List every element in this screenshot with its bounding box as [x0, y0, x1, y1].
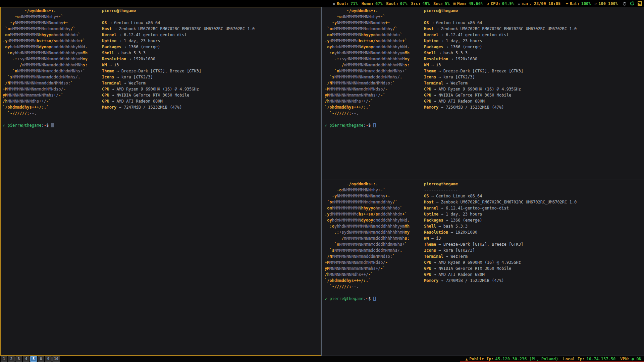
fetch-label: Resolution — [424, 230, 448, 235]
fetch-value: 6.12.41-gentoo-gentoo-dist — [446, 206, 509, 210]
fetch-value: AMD ATI Radeon 680M — [116, 99, 162, 104]
ascii-art-segment: hhyyyo — [39, 33, 53, 37]
ascii-art-line: `sNMMMMMMMMNNNmmmdddddmNMmhs/. — [325, 74, 424, 80]
prompt-check-icon: ✔ — [325, 296, 329, 301]
ascii-art-segment: :o — [3, 51, 12, 55]
ascii-art-segment: .: — [325, 230, 339, 235]
workspace-button-5[interactable]: 5 — [30, 356, 37, 362]
fetch-label: Icons — [424, 75, 436, 79]
terminal-cursor[interactable] — [51, 123, 54, 127]
fetch-value: NVIDIA GeForce RTX 3050 Mobile — [116, 93, 189, 98]
terminal-pane-left[interactable]: -/oyddmdhs+:.pierre@thegame -odNMMMMMMMM… — [0, 7, 321, 356]
bar-value: 49% — [422, 1, 430, 6]
terminal-row: `omMMMMMMMMMMMMNmdmmmmddhhy/`Host → Zenb… — [325, 26, 644, 32]
ascii-art-segment: NMMMMMMMNNNmmmddddhhdmMNhs+ — [339, 69, 405, 73]
ascii-art-segment: /` — [392, 200, 397, 204]
fetch-label: Memory — [102, 105, 116, 110]
ascii-art-segment: Mh — [405, 51, 409, 55]
ascii-art-line: -yNMMMMMMMMMMMNNNmmdhy+- — [325, 193, 424, 199]
terminal-row: `oNMMMMMMMNNNmmmddddhhdmMNhs+`Theme → Br… — [3, 68, 321, 74]
fetch-label: Icons — [102, 75, 114, 79]
fetch-value: 6.12.41-gentoo-gentoo-dist — [446, 33, 509, 37]
fetch-value: 1 day, 23 hours — [446, 212, 482, 217]
bar-module: Local Ip:10.74.137.50 — [563, 357, 615, 361]
workspace-button-9[interactable]: 9 — [45, 356, 52, 362]
terminal-row: :oyhhdNNMMMMMMMNNNmmdddhhhhhyymMhShell →… — [3, 50, 321, 56]
clock-icon: ◷ — [518, 1, 520, 6]
sync-tray-icon[interactable] — [630, 1, 635, 6]
ascii-art-line: -/oyddmdhs+:. — [325, 181, 424, 187]
fetch-value: 644x362 — [455, 230, 477, 235]
prompt-colon: : — [364, 296, 366, 301]
fetch-label: Kernel — [424, 206, 438, 210]
terminal-pane-top-right[interactable]: -/oyddmdhs+:.pierre@thegame -odNMMMMMMMM… — [321, 7, 644, 180]
ascii-art-segment: :o — [325, 224, 334, 229]
ascii-art-segment: my — [83, 57, 87, 61]
bar-value: ● ON — [632, 357, 641, 361]
bar-label: Root: — [337, 1, 349, 6]
ascii-art-segment: /h — [3, 99, 7, 104]
terminal-cursor[interactable] — [373, 123, 376, 127]
workspace-button-2[interactable]: 2 — [8, 356, 15, 362]
ascii-art-segment: -` — [368, 272, 373, 277]
fetch-value: WezTerm — [128, 81, 146, 85]
terminal-row: -odNMMMMMMMMNNmhy+-`-------------- — [3, 14, 321, 20]
ascii-art-line: oyhdmNMMMMMMMNdyooydmddddhhhhyhNd. — [325, 44, 424, 50]
fetch-arrow: → — [116, 105, 124, 110]
fetch-label: Resolution — [102, 57, 126, 61]
fetch-arrow: → — [438, 105, 446, 110]
shell-prompt: ✔ pierre@thegame:~$ — [325, 122, 644, 128]
ascii-art-segment: -y — [325, 194, 337, 198]
workspace-button-10[interactable]: 10 — [52, 356, 60, 362]
terminal-row: /mMMMMMMNNNmmmdddhhhhhmMNhs:WM → i3 — [325, 62, 644, 68]
fetch-value: 1366 (emerge) — [128, 45, 160, 49]
ascii-art-segment: .y — [325, 212, 329, 217]
app-tray-icon[interactable] — [638, 1, 642, 6]
ascii-art-segment: dyooy — [39, 45, 51, 49]
ascii-art-segment: MMMMMNNNNNNmmmdmNMNdso/ — [329, 87, 385, 92]
workspace-button-3[interactable]: 3 — [15, 356, 22, 362]
terminal-row: `-//////:--. — [325, 284, 644, 290]
terminal-pane-bottom-right[interactable]: -/oyddmdhs+:.pierre@thegame -odNMMMMMMMM… — [321, 180, 644, 356]
ascii-art-segment: dmddddhhhhyhNd — [373, 45, 407, 49]
ascii-art-segment: /` — [392, 26, 397, 31]
ascii-art-segment: / — [325, 236, 344, 241]
fetch-value: kora [GTK2/3] — [443, 75, 475, 79]
ascii-art-line: .:+sydNMMMMMNNNmmmdddhhhhhhmMmy — [3, 56, 102, 62]
terminal-row: `-//////:--. — [3, 110, 321, 116]
terminal-row: /mMMMMMMNNNmmmdddhhhhhmMNhs:WM → i3 — [3, 62, 321, 68]
workspace-button-4[interactable]: 4 — [23, 356, 30, 362]
fetch-label: Terminal — [102, 81, 121, 85]
fetch-label: OS — [102, 20, 107, 25]
terminal-row: +MMMMMMNNNNNNmmmdmNMNdso/-CPU → AMD Ryze… — [3, 86, 321, 92]
terminal-row: .ydMMMMMMMMMMdhs++so/smdddhhhhdm+`Uptime… — [325, 211, 644, 217]
ascii-art-segment: mMMMMMMMMMMMMNmdmmmmddhhy — [332, 200, 393, 204]
ascii-art-line: `-//////:--. — [3, 110, 102, 116]
workspace-button-1[interactable]: 1 — [1, 356, 7, 362]
ascii-art-line: `omMMMMMMMMMMMMNmdmmmmddhhy/` — [325, 26, 424, 32]
ascii-art-segment: `o — [325, 242, 339, 247]
ascii-art-line: /mMMMMMMNNNmmmdddhhhhhmMNhs: — [3, 62, 102, 68]
ascii-art-segment: dmddddhhhhyhNd — [51, 45, 85, 49]
ascii-art-segment: /N — [3, 81, 10, 85]
ascii-art-segment: /N — [325, 254, 332, 259]
terminal-cursor[interactable] — [373, 297, 376, 301]
ascii-art-line: omMMMMMMMMMMMNhhyyyohmdddhhhdo` — [325, 205, 424, 211]
bar-value: 100 100% — [598, 1, 618, 6]
fetch-value: bash 5.3.3 — [443, 224, 468, 229]
ascii-art-segment: +sydNMMMMMNNNmmmdddhhhhhhmM — [339, 57, 405, 61]
ascii-art-segment: ` — [392, 81, 395, 85]
workspace-button-8[interactable]: 8 — [38, 356, 44, 362]
power-icon[interactable] — [623, 2, 627, 6]
fetch-arrow: → — [431, 260, 439, 265]
fetch-label: GPU — [424, 99, 431, 104]
fetch-value: AMD Ryzen 9 6900HX (16) @ 4.935GHz — [438, 260, 521, 265]
backlight-arrows-icon: ⇄ — [595, 1, 597, 6]
fetch-arrow: → — [431, 93, 439, 98]
fetch-value: kora [GTK2/3] — [121, 75, 153, 79]
ascii-art-segment: NMMMMMMMMNNNmmmdddddmNMmhs/ — [334, 75, 400, 79]
fetch-value: 644x362 — [133, 57, 155, 61]
fetch-value: bash 5.3.3 — [121, 51, 146, 55]
bar-label: Local Ip: — [563, 357, 585, 361]
ascii-art-line: omMMMMMMMMMMMNhhyyyohmdddhhhdo` — [325, 32, 424, 38]
